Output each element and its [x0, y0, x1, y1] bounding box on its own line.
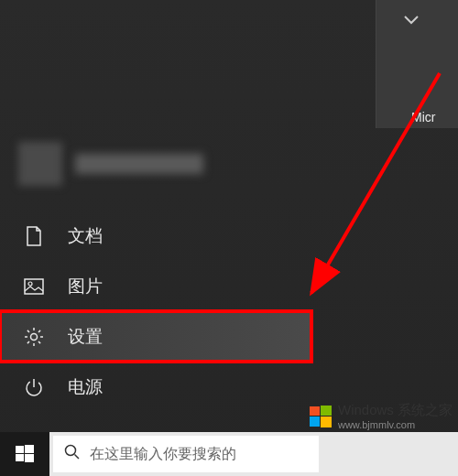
search-icon — [64, 444, 81, 464]
svg-point-1 — [28, 282, 32, 286]
svg-rect-0 — [25, 279, 43, 294]
svg-rect-13 — [310, 406, 320, 416]
user-account-section[interactable] — [18, 142, 203, 186]
svg-point-2 — [31, 333, 38, 340]
svg-point-11 — [66, 446, 76, 456]
search-input[interactable] — [90, 446, 308, 462]
start-button[interactable] — [0, 432, 49, 476]
taskbar — [0, 432, 458, 476]
start-left-rail: 文档 图片 设置 电源 — [0, 211, 311, 412]
svg-line-12 — [75, 455, 80, 460]
taskbar-search[interactable] — [53, 436, 319, 472]
username-obscured — [75, 154, 203, 174]
avatar — [18, 142, 62, 186]
svg-rect-14 — [321, 406, 332, 416]
windows-color-logo-icon — [309, 405, 333, 428]
watermark-title: Windows 系统之家 — [338, 402, 453, 417]
svg-rect-10 — [25, 454, 34, 462]
gear-icon — [24, 327, 44, 347]
menu-item-documents[interactable]: 文档 — [0, 211, 311, 261]
windows-logo-icon — [16, 445, 34, 463]
svg-rect-8 — [25, 445, 34, 453]
menu-label: 设置 — [68, 325, 103, 349]
svg-rect-9 — [16, 454, 24, 461]
document-icon — [24, 226, 44, 246]
power-icon — [24, 377, 44, 397]
menu-label: 文档 — [68, 224, 103, 248]
svg-rect-15 — [310, 416, 320, 427]
menu-label: 图片 — [68, 275, 103, 298]
svg-rect-7 — [16, 446, 24, 453]
tile-area: Micr — [376, 0, 458, 128]
chevron-down-icon[interactable] — [404, 13, 419, 27]
watermark-url: www.bjmmlv.com — [338, 419, 453, 430]
picture-icon — [24, 276, 44, 297]
menu-item-power[interactable]: 电源 — [0, 362, 311, 412]
svg-rect-16 — [321, 416, 332, 427]
watermark: Windows 系统之家 www.bjmmlv.com — [309, 402, 453, 430]
menu-item-settings[interactable]: 设置 — [0, 311, 311, 362]
tile-label: Micr — [411, 110, 435, 124]
menu-label: 电源 — [68, 375, 103, 399]
menu-item-pictures[interactable]: 图片 — [0, 261, 311, 311]
